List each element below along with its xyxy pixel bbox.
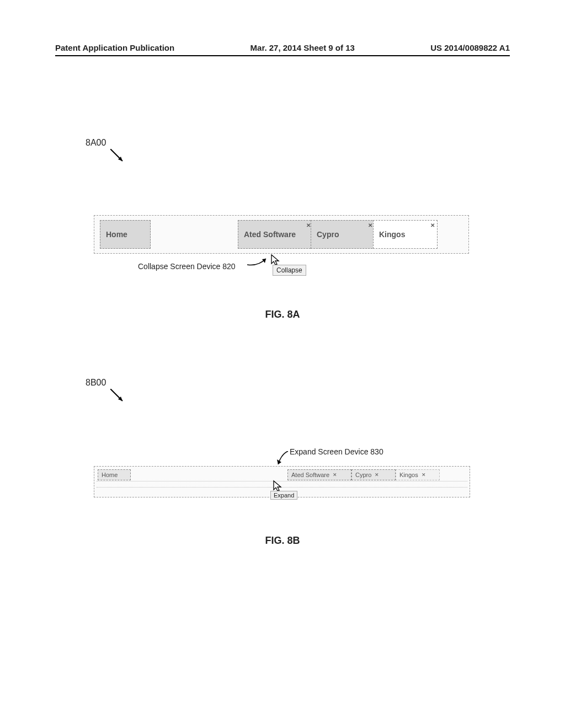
cursor-icon <box>270 254 281 266</box>
expand-tooltip: Expand <box>270 491 297 500</box>
close-icon[interactable]: ✕ <box>430 222 435 228</box>
ref-arrow-icon <box>110 389 127 405</box>
tab-label: Home <box>102 472 118 478</box>
svg-marker-5 <box>277 459 281 464</box>
tab-kingos[interactable]: Kingos ✕ <box>373 220 438 249</box>
collapse-tooltip: Collapse <box>273 265 306 276</box>
header-rule <box>55 55 510 56</box>
svg-marker-2 <box>262 259 266 263</box>
tab-ated-software[interactable]: Ated Software ✕ <box>287 469 351 480</box>
header-left: Patent Application Publication <box>55 43 174 52</box>
fig8a-caption: FIG. 8A <box>0 309 565 320</box>
leader-line-icon <box>276 451 289 464</box>
ref-label-8a: 8A00 <box>86 138 106 148</box>
tab-ated-software[interactable]: Ated Software ✕ <box>238 220 313 249</box>
cursor-icon <box>273 480 284 492</box>
collapse-callout-label: Collapse Screen Device 820 <box>138 262 236 271</box>
header-right: US 2014/0089822 A1 <box>430 43 510 52</box>
patent-page: Patent Application Publication Mar. 27, … <box>0 0 565 728</box>
close-icon[interactable]: ✕ <box>422 472 426 478</box>
tab-label: Home <box>106 230 127 239</box>
expand-callout-label: Expand Screen Device 830 <box>290 447 383 456</box>
tab-cypro[interactable]: Cypro ✕ <box>311 220 375 249</box>
header-center: Mar. 27, 2014 Sheet 9 of 13 <box>250 43 355 52</box>
tab-label: Kingos <box>379 230 405 239</box>
close-icon[interactable]: ✕ <box>368 222 372 228</box>
tab-cypro[interactable]: Cypro ✕ <box>351 469 396 480</box>
tab-kingos[interactable]: Kingos ✕ <box>396 469 440 480</box>
page-header: Patent Application Publication Mar. 27, … <box>55 43 510 52</box>
tab-label: Ated Software <box>244 230 296 239</box>
tab-home[interactable]: Home <box>100 220 151 249</box>
ref-arrow-icon <box>110 149 127 165</box>
ref-label-8b: 8B00 <box>86 378 106 388</box>
tab-label: Cypro <box>317 230 339 239</box>
tab-label: Ated Software <box>291 472 329 478</box>
tab-label: Cypro <box>355 472 371 478</box>
close-icon[interactable]: ✕ <box>333 472 337 478</box>
close-icon[interactable]: ✕ <box>375 472 379 478</box>
close-icon[interactable]: ✕ <box>306 222 311 228</box>
fig8b-caption: FIG. 8B <box>0 535 565 547</box>
tab-label: Kingos <box>399 472 418 478</box>
leader-line-icon <box>247 256 269 267</box>
fig8a-panel: Home Ated Software ✕ Cypro ✕ Kingos ✕ <box>94 215 469 254</box>
tab-home[interactable]: Home <box>98 469 131 480</box>
